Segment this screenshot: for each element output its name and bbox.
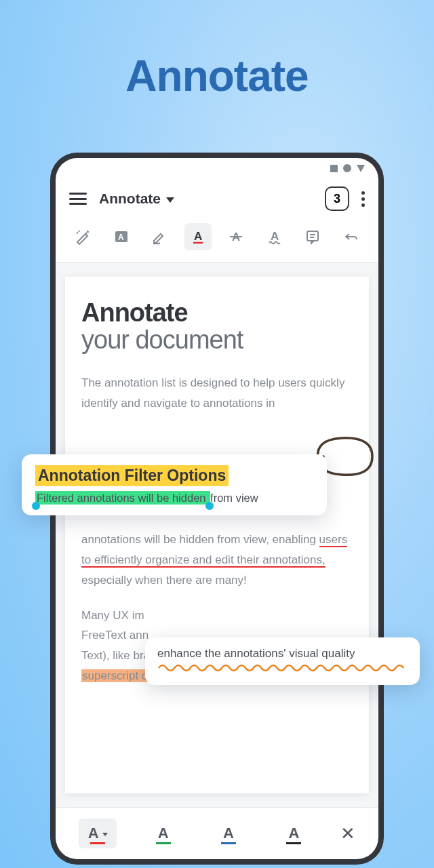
hero-title: Annotate: [0, 0, 434, 101]
document-viewport[interactable]: Annotate your document The annotation li…: [56, 263, 378, 807]
highlight-box-icon[interactable]: A: [108, 223, 135, 250]
color-swatch-blue: [221, 842, 236, 844]
svg-text:A: A: [118, 233, 124, 242]
underline-black[interactable]: A: [275, 818, 313, 848]
status-bar: [56, 158, 378, 178]
color-swatch-green: [156, 842, 171, 844]
status-square-icon: [330, 165, 338, 172]
undo-icon[interactable]: [338, 223, 365, 250]
paragraph-1: The annotation list is designed to help …: [81, 373, 353, 414]
squiggle-popup[interactable]: enhance the annotations' visual quality: [145, 637, 420, 685]
yellow-highlight: Annotation Filter Options: [35, 465, 229, 486]
app-bar: Annotate 3: [56, 178, 378, 219]
title-light: your document: [81, 327, 353, 354]
underline-color-picker[interactable]: A: [79, 818, 117, 848]
underline-red-icon[interactable]: A: [184, 223, 212, 250]
svg-rect-7: [307, 231, 318, 241]
page-count-badge[interactable]: 3: [325, 186, 349, 211]
highlight-popup[interactable]: Annotation Filter Options Filtered annot…: [22, 454, 327, 515]
color-swatch-red: [90, 842, 105, 844]
magic-tool-icon[interactable]: [69, 223, 96, 250]
selection-handle-left[interactable]: [32, 502, 40, 510]
svg-text:A: A: [194, 230, 202, 243]
green-highlight-selection[interactable]: Filtered annotations will be hidden: [35, 491, 210, 505]
squiggle-popup-text: enhance the annotations' visual quality: [157, 647, 408, 660]
status-circle-icon: [343, 164, 351, 172]
annotation-toolbar: A A A A: [56, 219, 378, 263]
document-page: Annotate your document The annotation li…: [65, 277, 369, 793]
paragraph-2: annotations will be hidden from view, en…: [81, 530, 353, 590]
overflow-menu-icon[interactable]: [361, 191, 365, 207]
strikethrough-icon[interactable]: A: [222, 223, 250, 250]
chevron-down-icon: [166, 197, 174, 203]
close-button[interactable]: ✕: [340, 823, 355, 844]
mode-label: Annotate: [99, 191, 161, 207]
underline-blue[interactable]: A: [210, 818, 248, 848]
selection-handle-right[interactable]: [205, 502, 214, 510]
bottom-toolbar: A A A A ✕: [56, 807, 378, 859]
document-title: Annotate your document: [81, 300, 353, 354]
underline-green[interactable]: A: [144, 818, 182, 848]
menu-icon[interactable]: [69, 193, 87, 205]
mode-selector[interactable]: Annotate: [99, 191, 174, 207]
squiggle-underline-icon[interactable]: A: [261, 223, 288, 250]
svg-text:A: A: [271, 230, 279, 243]
note-icon[interactable]: [299, 223, 326, 250]
squiggle-underline-icon: [157, 663, 408, 673]
title-bold: Annotate: [81, 300, 353, 327]
status-triangle-icon: [357, 165, 365, 172]
chevron-down-icon: [102, 833, 108, 836]
highlighter-icon[interactable]: [146, 223, 173, 250]
color-swatch-black: [286, 842, 301, 844]
